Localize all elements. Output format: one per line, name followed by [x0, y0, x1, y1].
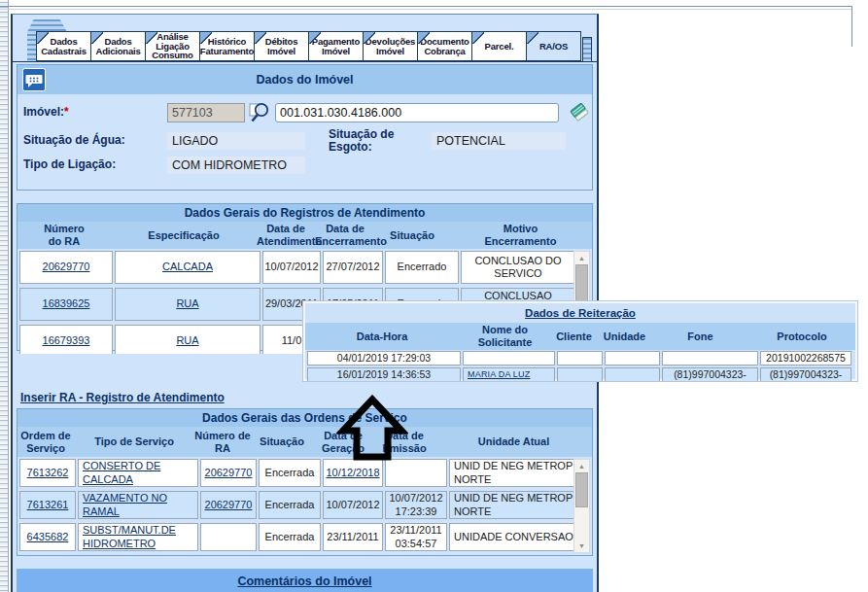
os-table-scrollbar[interactable]: ▲ ▼: [573, 459, 590, 553]
cell: Encerrada: [259, 459, 321, 487]
comment-icon[interactable]: [22, 68, 46, 91]
tab-label: Dados Adicionais: [95, 37, 140, 56]
cell: [605, 351, 660, 366]
cell: 04/01/2019 17:29:03: [307, 351, 461, 366]
ra-table-header: Número do RA Especificação Data de Atend…: [17, 222, 592, 249]
reiteracao-title-link[interactable]: Dados de Reiteração: [525, 307, 636, 319]
table-row: 7613261 VAZAMENTO NO RAMAL 20629770 Ence…: [19, 491, 590, 521]
ligacao-label: Tipo de Ligação:: [23, 158, 167, 171]
table-row: 04/01/2019 17:29:03 20191002268575: [307, 351, 853, 366]
os-table-header: Ordem de Serviço Tipo de Serviço Número …: [17, 427, 592, 457]
cell: UNID DE NEG METROP NORTE: [449, 491, 577, 519]
os-number-link[interactable]: 7613261: [27, 499, 69, 511]
tab-analise-ligacao-consumo[interactable]: Análise Ligação Consumo: [145, 31, 200, 61]
ra-number-link[interactable]: 20629770: [205, 499, 253, 511]
eraser-icon[interactable]: [569, 101, 592, 124]
column-header: Data de Encerramento: [315, 223, 375, 247]
comentarios-link[interactable]: Comentários do Imóvel: [237, 575, 371, 588]
tab-documento-cobranca[interactable]: Documento Cobrança: [417, 31, 472, 61]
cell: Encerrado: [385, 251, 459, 284]
tab-devolucoes-imovel[interactable]: Devoluções Imóvel: [363, 31, 418, 61]
comments-bar[interactable]: Comentários do Imóvel: [17, 569, 593, 592]
cell: 23/11/2011 03:54:57: [385, 523, 447, 551]
column-header: Data de Atendimento: [257, 223, 315, 247]
tab-pagamento-imovel[interactable]: Pagamento Imóvel: [308, 31, 364, 61]
table-row: 6435682 SUBST/MANUT.DE HIDROMETRO Encerr…: [19, 523, 590, 553]
tab-dados-cadastrais[interactable]: Dados Cadastrais: [36, 31, 91, 61]
cell: 10/07/2012 17:23:39: [385, 491, 447, 519]
scroll-up-icon[interactable]: ▲: [574, 460, 589, 472]
column-header: Motivo Encerramento: [449, 223, 592, 247]
os-type-link[interactable]: CONSERTO DE CALCADA: [83, 460, 195, 485]
imovel-section-title: Dados do Imóvel: [17, 73, 592, 87]
tab-debitos-imovel[interactable]: Débitos Imóvel: [254, 31, 309, 61]
notebook-edge-top-inner: [0, 9, 852, 10]
cell: UNID DE NEG METROP NORTE: [449, 459, 577, 487]
ra-spec-link[interactable]: CALCADA: [162, 261, 213, 273]
column-header: Situação: [251, 435, 313, 448]
cell: (81)997004323-: [760, 367, 851, 382]
reiteracao-title: Dados de Reiteração: [305, 303, 855, 323]
imovel-inscricao-input[interactable]: [275, 103, 559, 122]
cell: [557, 367, 603, 382]
cell: [662, 351, 758, 366]
os-table-title: Dados Gerais das Ordens de Serviço: [17, 409, 592, 427]
column-header: Protocolo: [748, 331, 855, 343]
tab-label: Débitos Imóvel: [265, 37, 297, 56]
tab-parcel[interactable]: Parcel.: [471, 31, 527, 61]
column-header: Ordem de Serviço: [17, 430, 74, 454]
cell: CONCLUSAO DO SERVICO: [461, 251, 575, 284]
os-number-link[interactable]: 7613262: [27, 467, 69, 479]
column-header: Unidade: [597, 331, 652, 343]
notebook-edge-top: [0, 6, 852, 7]
tab-label: Documento Cobrança: [420, 37, 469, 56]
column-header: Especificação: [111, 229, 257, 242]
scroll-thumb[interactable]: [575, 472, 588, 507]
tab-label: Pagamento Imóvel: [312, 37, 360, 56]
required-mark: *: [64, 105, 69, 119]
cell: [463, 351, 555, 366]
ra-number-link[interactable]: 20629770: [205, 467, 253, 479]
cell: Encerrada: [259, 491, 321, 519]
cell: 27/07/2012: [323, 251, 383, 284]
scroll-up-icon[interactable]: ▲: [574, 252, 589, 264]
imovel-section-header: Dados do Imóvel: [17, 65, 592, 94]
column-header: Cliente: [551, 331, 597, 343]
column-header: Data de Geração: [313, 430, 373, 454]
ra-spec-link[interactable]: RUA: [176, 297, 198, 310]
column-header: Nome do Solicitante: [459, 324, 551, 348]
tab-label: Dados Cadastrais: [41, 37, 87, 56]
column-header: Número de RA: [194, 430, 251, 454]
cell: 10/07/2012: [323, 491, 383, 519]
magnifier-icon[interactable]: [248, 101, 271, 124]
cell: UNIDADE CONVERSAO: [449, 523, 577, 551]
os-table-body: 7613262 CONSERTO DE CALCADA 20629770 Enc…: [17, 457, 592, 557]
tab-historico-faturamento[interactable]: Histórico Faturamento: [199, 31, 255, 61]
esgoto-label: Situação de Esgoto:: [329, 128, 422, 154]
tab-ra-os[interactable]: RA/OS: [526, 31, 581, 61]
scroll-down-icon[interactable]: ▼: [574, 540, 589, 552]
os-number-link[interactable]: 6435682: [27, 531, 69, 543]
notebook-edge-right: [851, 6, 852, 47]
ra-number-link[interactable]: 16679393: [43, 334, 90, 347]
table-row: 7613262 CONSERTO DE CALCADA 20629770 Enc…: [19, 459, 590, 489]
imovel-section: Dados do Imóvel Imóvel:*: [17, 64, 593, 191]
ra-spec-link[interactable]: RUA: [176, 334, 198, 347]
os-generation-date-link[interactable]: 10/12/2018: [326, 467, 379, 479]
cell: [605, 367, 660, 382]
column-header: Data de Emissão: [373, 430, 435, 454]
solicitante-link[interactable]: MARIA DA LUZ: [468, 369, 530, 380]
tab-dados-adicionais[interactable]: Dados Adicionais: [90, 31, 146, 61]
ra-number-link[interactable]: 20629770: [43, 261, 90, 273]
notebook-edge-left: [0, 0, 9, 592]
inserir-ra-link[interactable]: Inserir RA - Registro de Atendimento: [20, 391, 225, 404]
cell: [200, 523, 257, 551]
tab-bar: Dados Cadastrais Dados Adicionais Anális…: [13, 15, 597, 62]
os-type-link[interactable]: SUBST/MANUT.DE HIDROMETRO: [83, 524, 195, 549]
ra-number-link[interactable]: 16839625: [43, 297, 90, 310]
os-type-link[interactable]: VAZAMENTO NO RAMAL: [83, 492, 195, 517]
reiteracao-overlay: Dados de Reiteração Data-Hora Nome do So…: [303, 301, 857, 381]
column-header: Número do RA: [17, 223, 111, 247]
ligacao-value: COM HIDROMETRO: [167, 157, 305, 174]
esgoto-value: POTENCIAL: [432, 132, 566, 150]
